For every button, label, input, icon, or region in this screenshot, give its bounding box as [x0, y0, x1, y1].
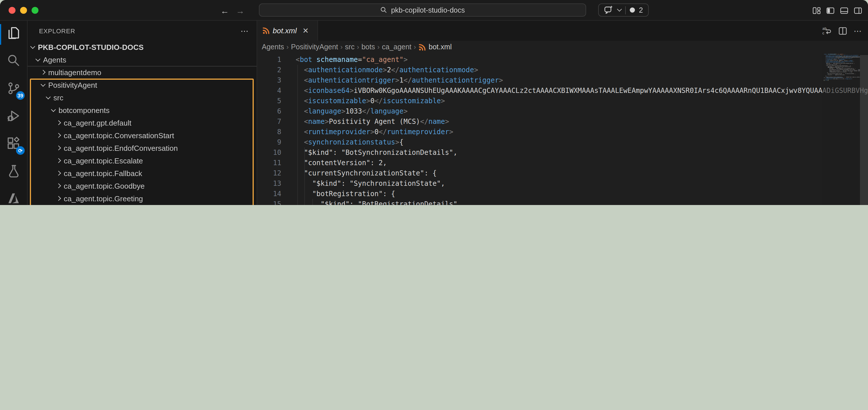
line-number[interactable]: 3 — [257, 75, 281, 86]
code-line-15[interactable]: 15 "$kind": "BotRegistrationDetails", — [257, 199, 868, 205]
breadcrumb-label: PositivityAgent — [291, 43, 338, 51]
tree-item-multiagentdemo[interactable]: multiagentdemo — [28, 66, 257, 78]
tree-item-label: ca_agent.topic.EndofConversation — [64, 144, 178, 152]
line-number[interactable]: 11 — [257, 158, 281, 168]
views-and-more-actions-icon[interactable]: ⋯ — [241, 26, 249, 35]
breadcrumb-label: ca_agent — [382, 43, 411, 51]
chevron-down-icon — [30, 44, 35, 49]
back-arrow-icon[interactable]: ← — [220, 5, 229, 15]
code-line-text: <name>Positivity Agent (MCS)</name> — [296, 117, 449, 126]
tree-item-ca-agent-topic-goodbye[interactable]: ca_agent.topic.Goodbye — [28, 179, 257, 192]
breadcrumb-item-src[interactable]: src — [345, 43, 354, 51]
breadcrumb-label: src — [345, 43, 354, 51]
code-line-7[interactable]: 7 <name>Positivity Agent (MCS)</name> — [257, 116, 868, 127]
tree-item-ca-agent-topic-endofconversation[interactable]: ca_agent.topic.EndofConversation — [28, 142, 257, 154]
tree-item-ca-agent-topic-fallback[interactable]: ca_agent.topic.Fallback — [28, 167, 257, 179]
tree-item-pkb-copilot-studio-docs[interactable]: PKB-COPILOT-STUDIO-DOCS — [28, 41, 257, 53]
code-line-text: <iscustomizable>0</iscustomizable> — [296, 97, 445, 105]
chevron-down-icon — [36, 57, 40, 61]
divider — [625, 6, 626, 14]
code-line-4[interactable]: 4 <iconbase64>iVBORw0KGgoAAAANSUhEUgAAAK… — [257, 86, 868, 96]
source-control-badge: 39 — [16, 91, 25, 100]
tree-item-ca-agent-topic-conversationstart[interactable]: ca_agent.topic.ConversationStart — [28, 129, 257, 142]
breadcrumb-separator-icon: › — [414, 43, 416, 51]
customize-layout-icon[interactable] — [812, 6, 821, 14]
line-number[interactable]: 2 — [257, 65, 281, 75]
tree-item-ca-agent-gpt-default[interactable]: ca_agent.gpt.default — [28, 116, 257, 129]
activity-item-source-control[interactable]: 39 — [0, 76, 27, 103]
chevron-right-icon — [56, 171, 61, 176]
line-number[interactable]: 12 — [257, 168, 281, 178]
code-lines: 1<bot schemaname="ca_agent">2 <authentic… — [257, 55, 868, 205]
line-number[interactable]: 8 — [257, 127, 281, 137]
command-center-search[interactable]: pkb-copilot-studio-docs — [259, 3, 586, 16]
toggle-primary-sidebar-icon[interactable] — [826, 6, 835, 14]
tab-bot-xml[interactable]: bot.xml ✕ — [257, 21, 318, 41]
code-line-11[interactable]: 11 "contentVersion": 2, — [257, 158, 868, 168]
line-number[interactable]: 13 — [257, 178, 281, 189]
toggle-panel-icon[interactable] — [840, 6, 848, 14]
code-line-10[interactable]: 10 "$kind": "BotSynchronizationDetails", — [257, 147, 868, 158]
activity-item-explorer[interactable] — [0, 21, 27, 48]
line-number[interactable]: 15 — [257, 199, 281, 205]
code-line-9[interactable]: 9 <synchronizationstatus>{ — [257, 137, 868, 147]
chevron-right-icon — [56, 146, 61, 150]
tree-item-ca-agent-topic-multipletopicsmatched[interactable]: ca_agent.topic.MultipleTopicsMatched — [28, 205, 257, 205]
line-number[interactable]: 14 — [257, 189, 281, 199]
sidebar-title: EXPLORER — [39, 27, 75, 34]
line-number[interactable]: 10 — [257, 147, 281, 158]
toggle-secondary-sidebar-icon[interactable] — [854, 6, 862, 14]
tab-bar: bot.xml ✕ abc⋯ — [257, 21, 868, 41]
scrollbar-slider[interactable] — [860, 55, 868, 205]
code-line-14[interactable]: 14 "botRegistration": { — [257, 189, 868, 199]
toggle-word-wrap-icon[interactable]: abc — [822, 26, 832, 36]
tree-item-botcomponents[interactable]: botcomponents — [28, 104, 257, 116]
code-line-6[interactable]: 6 <language>1033</language> — [257, 106, 868, 116]
breadcrumb-separator-icon: › — [357, 43, 359, 51]
code-line-text: <authenticationmode>2</authenticationmod… — [296, 66, 478, 74]
tree-item-label: ca_agent.topic.Greeting — [64, 194, 143, 203]
breadcrumb-item-positivityagent[interactable]: PositivityAgent — [291, 43, 338, 51]
activity-item-testing[interactable] — [0, 158, 27, 186]
line-number[interactable]: 7 — [257, 116, 281, 127]
tree-item-positivityagent[interactable]: PositivityAgent — [28, 78, 257, 91]
more-actions-icon[interactable]: ⋯ — [854, 26, 862, 35]
code-line-1[interactable]: 1<bot schemaname="ca_agent"> — [257, 55, 868, 65]
chevron-down-icon — [41, 82, 45, 87]
breadcrumb-item-ca-agent[interactable]: ca_agent — [382, 43, 411, 51]
file-tree: PKB-COPILOT-STUDIO-DOCSAgentsmultiagentd… — [28, 41, 257, 205]
close-tab-icon[interactable]: ✕ — [303, 26, 309, 35]
copilot-menu[interactable]: 2 — [598, 3, 649, 16]
line-number[interactable]: 9 — [257, 137, 281, 147]
activity-item-run-and-debug[interactable] — [0, 103, 27, 131]
breadcrumb-item-bots[interactable]: bots — [361, 43, 375, 51]
activity-item-search[interactable] — [0, 48, 27, 76]
chevron-right-icon — [56, 121, 61, 125]
breadcrumb-item-agents[interactable]: Agents — [262, 43, 284, 51]
breadcrumb-item-bot-xml[interactable]: bot.xml — [418, 43, 452, 51]
line-number[interactable]: 1 — [257, 55, 281, 65]
minimap[interactable]: <bot schemaname="ca_agent"> <authenticat… — [822, 53, 868, 205]
activity-item-azure[interactable] — [0, 186, 27, 205]
code-line-13[interactable]: 13 "$kind": "SynchronizationState", — [257, 178, 868, 189]
tree-item-ca-agent-topic-greeting[interactable]: ca_agent.topic.Greeting — [28, 192, 257, 205]
code-line-12[interactable]: 12 "currentSynchronizationState": { — [257, 168, 868, 178]
forward-arrow-icon[interactable]: → — [236, 5, 245, 15]
tree-item-agents[interactable]: Agents — [28, 53, 257, 66]
line-number[interactable]: 6 — [257, 106, 281, 116]
code-line-5[interactable]: 5 <iscustomizable>0</iscustomizable> — [257, 96, 868, 106]
code-line-8[interactable]: 8 <runtimeprovider>0</runtimeprovider> — [257, 127, 868, 137]
split-editor-icon[interactable] — [838, 26, 847, 35]
code-editor[interactable]: 1<bot schemaname="ca_agent">2 <authentic… — [257, 53, 868, 205]
breadcrumb-label: Agents — [262, 43, 284, 51]
code-line-3[interactable]: 3 <authenticationtrigger>1</authenticati… — [257, 75, 868, 86]
zoom-window-button[interactable] — [32, 7, 38, 14]
tree-item-ca-agent-topic-escalate[interactable]: ca_agent.topic.Escalate — [28, 154, 257, 167]
tree-item-src[interactable]: src — [28, 91, 257, 104]
line-number[interactable]: 5 — [257, 96, 281, 106]
minimize-window-button[interactable] — [20, 7, 27, 14]
line-number[interactable]: 4 — [257, 86, 281, 96]
close-window-button[interactable] — [9, 7, 16, 14]
code-line-2[interactable]: 2 <authenticationmode>2</authenticationm… — [257, 65, 868, 75]
activity-item-extensions[interactable]: ⟳ — [0, 131, 27, 158]
